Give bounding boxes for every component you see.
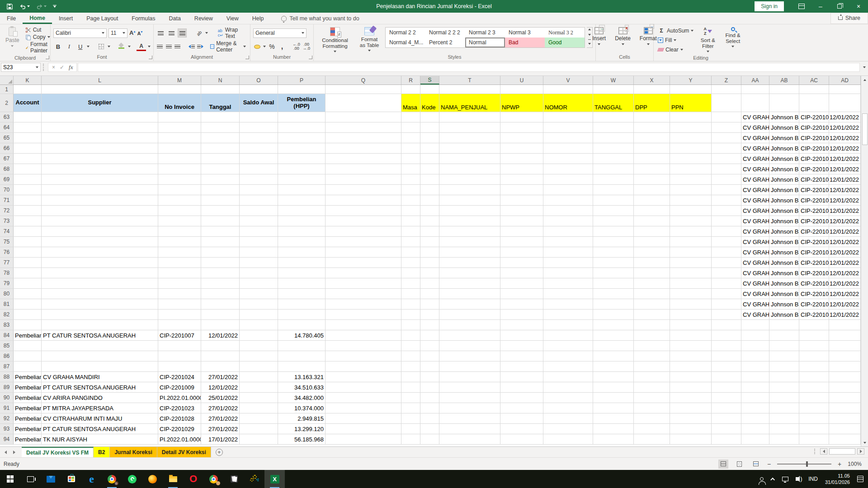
cell-AB90[interactable] xyxy=(769,393,799,403)
scroll-down-icon[interactable] xyxy=(861,439,868,446)
cell-X81[interactable] xyxy=(634,299,670,309)
cell-Y92[interactable] xyxy=(670,413,712,423)
cell-K80[interactable] xyxy=(14,289,42,299)
column-header-L[interactable]: L xyxy=(42,76,158,84)
cell-V94[interactable] xyxy=(543,434,593,444)
column-header-O[interactable]: O xyxy=(240,76,278,84)
taskbar-excel[interactable]: X xyxy=(264,470,285,488)
cell-Z89[interactable] xyxy=(712,382,741,392)
cell-N84[interactable]: 12/01/2022 xyxy=(201,330,240,340)
cell-Z75[interactable] xyxy=(712,237,741,247)
style-Normal-3[interactable]: Normal 3 xyxy=(505,28,545,38)
cell-W79[interactable] xyxy=(593,278,634,288)
cell-W72[interactable] xyxy=(593,206,634,216)
cell-N93[interactable]: 27/01/2022 xyxy=(201,424,240,434)
cell-U93[interactable] xyxy=(500,424,543,434)
bottom-align-icon[interactable] xyxy=(178,28,187,38)
copy-button[interactable]: Copy xyxy=(24,33,52,41)
cell-Y78[interactable] xyxy=(670,268,712,278)
cell-AB69[interactable]: Johnson Ba xyxy=(769,174,799,184)
cell-W64[interactable] xyxy=(593,122,634,132)
cell-R85[interactable] xyxy=(401,341,420,351)
cell-Y65[interactable] xyxy=(670,133,712,143)
cell-L80[interactable] xyxy=(42,289,158,299)
row-header-2[interactable]: 2 xyxy=(0,94,14,112)
save-icon[interactable] xyxy=(6,3,13,10)
cell-O73[interactable] xyxy=(240,216,278,226)
cell-AA71[interactable]: CV GRAHA xyxy=(741,195,769,205)
increase-decimal-icon[interactable]: ←.0.00 xyxy=(292,42,300,51)
delete-cells-button[interactable]: × Delete xyxy=(612,26,633,46)
cell-P93[interactable]: 13.299.120 xyxy=(278,424,326,434)
cell-S63[interactable] xyxy=(420,112,439,122)
cell-P65[interactable] xyxy=(278,133,326,143)
ribbon-display-options-icon[interactable] xyxy=(792,0,811,13)
number-format-select[interactable]: General xyxy=(253,28,307,38)
cell-Z77[interactable] xyxy=(712,258,741,267)
row-header-91[interactable]: 91 xyxy=(0,403,14,413)
cell-N2[interactable]: Tanggal xyxy=(201,94,240,112)
cell-R77[interactable] xyxy=(401,258,420,267)
cell-N74[interactable] xyxy=(201,226,240,236)
cell-O85[interactable] xyxy=(240,341,278,351)
cell-S65[interactable] xyxy=(420,133,439,143)
column-header-M[interactable]: M xyxy=(158,76,201,84)
cell-W84[interactable] xyxy=(593,330,634,340)
cell-AA72[interactable]: CV GRAHA xyxy=(741,206,769,216)
cell-AC64[interactable]: CIP-22010 xyxy=(799,122,829,132)
column-header-AC[interactable]: AC xyxy=(799,76,829,84)
cell-O69[interactable] xyxy=(240,174,278,184)
cell-W78[interactable] xyxy=(593,268,634,278)
cell-X84[interactable] xyxy=(634,330,670,340)
cell-U77[interactable] xyxy=(500,258,543,267)
cell-AD87[interactable] xyxy=(829,361,861,371)
cell-Q67[interactable] xyxy=(326,154,401,164)
cell-X89[interactable] xyxy=(634,382,670,392)
share-button[interactable]: Share xyxy=(830,13,868,24)
cell-L72[interactable] xyxy=(42,206,158,216)
cell-P71[interactable] xyxy=(278,195,326,205)
cell-AD77[interactable]: 12/01/2022 xyxy=(829,258,861,267)
cell-AC82[interactable]: CIP-22010 xyxy=(799,310,829,319)
zoom-out-icon[interactable]: − xyxy=(767,460,771,468)
cell-V78[interactable] xyxy=(543,268,593,278)
cell-T73[interactable] xyxy=(439,216,500,226)
cell-T71[interactable] xyxy=(439,195,500,205)
cell-K69[interactable] xyxy=(14,174,42,184)
merge-center-button[interactable]: Merge & Center xyxy=(209,40,247,53)
cell-S80[interactable] xyxy=(420,289,439,299)
cell-M63[interactable] xyxy=(158,112,201,122)
cell-Y76[interactable] xyxy=(670,247,712,257)
cell-R64[interactable] xyxy=(401,122,420,132)
cell-K89[interactable]: Pembelian xyxy=(14,382,42,392)
redo-icon[interactable] xyxy=(36,3,47,10)
row-header-88[interactable]: 88 xyxy=(0,372,14,382)
cell-AB74[interactable]: Johnson Ba xyxy=(769,226,799,236)
cell-T75[interactable] xyxy=(439,237,500,247)
column-header-AD[interactable]: AD xyxy=(829,76,861,84)
scroll-left-icon[interactable] xyxy=(820,448,827,455)
cell-K93[interactable]: Pembelian xyxy=(14,424,42,434)
cell-T84[interactable] xyxy=(439,330,500,340)
cell-P74[interactable] xyxy=(278,226,326,236)
cell-R72[interactable] xyxy=(401,206,420,216)
cell-R87[interactable] xyxy=(401,361,420,371)
cell-L63[interactable] xyxy=(42,112,158,122)
cell-P68[interactable] xyxy=(278,164,326,174)
cell-AB84[interactable] xyxy=(769,330,799,340)
cell-M93[interactable]: CIP-2201029 xyxy=(158,424,201,434)
cell-R65[interactable] xyxy=(401,133,420,143)
cell-Z78[interactable] xyxy=(712,268,741,278)
cell-S79[interactable] xyxy=(420,278,439,288)
cell-Y89[interactable] xyxy=(670,382,712,392)
cell-V83[interactable] xyxy=(543,320,593,330)
cell-L82[interactable] xyxy=(42,310,158,319)
cell-M74[interactable] xyxy=(158,226,201,236)
cell-L90[interactable]: CV ARIRA PANGINDO xyxy=(42,393,158,403)
cell-S91[interactable] xyxy=(420,403,439,413)
cell-AC66[interactable]: CIP-22010 xyxy=(799,143,829,153)
cell-X69[interactable] xyxy=(634,174,670,184)
cell-Y1[interactable] xyxy=(670,85,712,94)
cell-S68[interactable] xyxy=(420,164,439,174)
cell-N65[interactable] xyxy=(201,133,240,143)
